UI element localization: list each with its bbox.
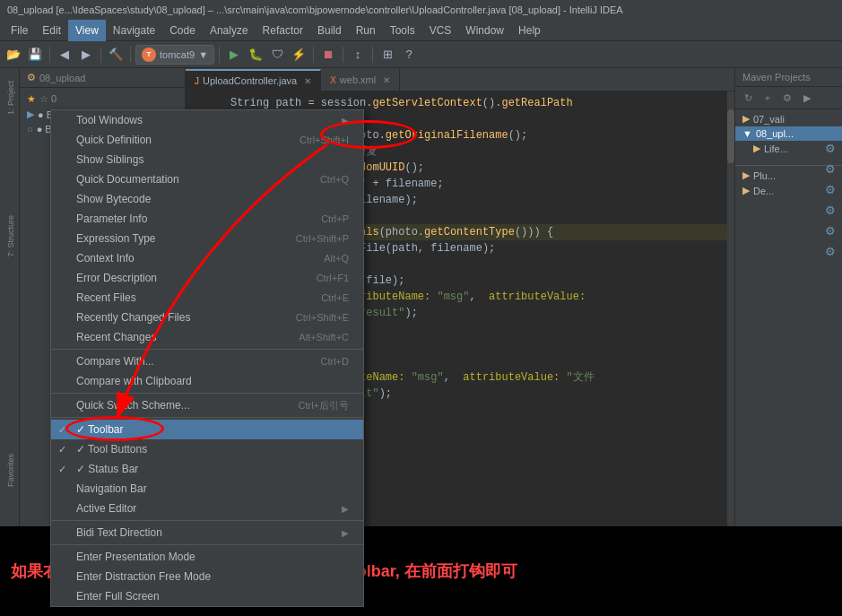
sidebar-project-tab[interactable]: 1: Project [0, 77, 18, 118]
tomcat-dropdown-arrow[interactable]: ▼ [198, 49, 208, 60]
menu-vcs[interactable]: VCS [422, 20, 459, 41]
maven-settings-btn[interactable]: ⚙ [778, 89, 796, 107]
menu-compare-with[interactable]: Compare With... Ctrl+D [51, 351, 363, 371]
menu-analyze[interactable]: Analyze [203, 20, 256, 41]
menu-active-editor[interactable]: Active Editor ▶ [51, 499, 363, 518]
sidebar-structure-tab[interactable]: 7: Structure [0, 212, 18, 261]
maven-panel-header: Maven Projects [735, 68, 842, 87]
menu-build[interactable]: Build [310, 20, 349, 41]
toolbar-debug-btn[interactable]: 🐛 [246, 45, 265, 65]
toolbar-help-btn[interactable]: ? [399, 45, 419, 65]
menu-error-desc[interactable]: Error Description Ctrl+F1 [51, 268, 363, 288]
menu-show-bytecode-label: Show Bytecode [76, 193, 151, 205]
maven-gear-2[interactable]: ⚙ [821, 160, 839, 178]
menu-recent-changed-label: Recently Changed Files [76, 311, 190, 324]
menu-recent-files[interactable]: Recent Files Ctrl+E [51, 288, 363, 308]
tree-item-star[interactable]: ★ ☆ 0 [20, 91, 185, 107]
scrollbar-thumb[interactable] [727, 109, 734, 163]
menu-error-desc-shortcut: Ctrl+F1 [317, 273, 349, 283]
tab-close-upload[interactable]: ✕ [304, 76, 311, 86]
editor-tabs: J UploadController.java ✕ X web.xml ✕ [186, 68, 734, 91]
toolbar-separator-2 [100, 47, 101, 63]
menu-recent-changed[interactable]: Recently Changed Files Ctrl+Shift+E [51, 308, 363, 327]
menu-toolbar[interactable]: ✓ Toolbar [51, 420, 363, 439]
maven-item-07vali-label: 07_vali [753, 114, 785, 125]
sidebar-favorites-tab[interactable]: Favorites [0, 450, 18, 490]
toolbar-stop-btn[interactable]: ⏹ [318, 45, 338, 65]
toolbar-save-btn[interactable]: 💾 [25, 45, 45, 65]
maven-plugins-label: Plu... [753, 170, 776, 181]
maven-gear-1[interactable]: ⚙ [821, 139, 839, 157]
toolbar-git-btn[interactable]: ↕ [348, 45, 368, 65]
toolbar-separator-5 [313, 47, 314, 63]
menu-expr-type[interactable]: Expression Type Ctrl+Shift+P [51, 229, 363, 248]
maven-gear-3[interactable]: ⚙ [821, 180, 839, 198]
toolbar-run-btn[interactable]: ▶ [224, 45, 244, 65]
dropdown-sep-1 [51, 349, 363, 350]
toolbar-forward-btn[interactable]: ▶ [76, 45, 96, 65]
menu-param-info[interactable]: Parameter Info Ctrl+P [51, 209, 363, 229]
toolbar-separator-1 [49, 47, 50, 63]
maven-add-btn[interactable]: + [759, 89, 777, 107]
menu-navigation-bar[interactable]: Navigation Bar [51, 479, 363, 499]
menu-edit[interactable]: Edit [35, 20, 68, 41]
tab-upload-controller[interactable]: J UploadController.java ✕ [186, 69, 321, 91]
menu-tool-buttons[interactable]: ✓ Tool Buttons [51, 439, 363, 459]
toolbar-separator-3 [130, 47, 131, 63]
tab-webxml[interactable]: X web.xml ✕ [321, 69, 400, 91]
menu-quick-doc[interactable]: Quick Documentation Ctrl+Q [51, 169, 363, 189]
file-tree-title: 08_upload [39, 73, 85, 83]
menu-compare-clipboard[interactable]: Compare with Clipboard [51, 371, 363, 391]
menu-code[interactable]: Code [162, 20, 203, 41]
menu-quick-doc-label: Quick Documentation [76, 173, 179, 186]
menu-error-desc-label: Error Description [76, 272, 157, 284]
tomcat-run-config[interactable]: T tomcat9 ▼ [135, 45, 214, 65]
menu-context-info[interactable]: Context Info Alt+Q [51, 248, 363, 268]
menu-full-screen[interactable]: Enter Full Screen [51, 586, 363, 606]
menu-quick-definition[interactable]: Quick Definition Ctrl+Shift+I [51, 130, 363, 150]
menu-recent-changes[interactable]: Recent Changes Alt+Shift+C [51, 327, 363, 347]
maven-item-lifecycle-label: Life... [764, 143, 788, 154]
menu-view[interactable]: View [68, 20, 106, 41]
maven-refresh-btn[interactable]: ↻ [739, 89, 757, 107]
menu-distraction-free[interactable]: Enter Distraction Free Mode [51, 567, 363, 586]
maven-gear-6[interactable]: ⚙ [821, 242, 839, 260]
maven-gear-5[interactable]: ⚙ [821, 221, 839, 239]
menu-tool-windows[interactable]: Tool Windows ▶ [51, 110, 363, 130]
menu-quick-switch[interactable]: Quick Switch Scheme... Ctrl+后引号 [51, 395, 363, 415]
menu-compare-clipboard-label: Compare with Clipboard [76, 375, 192, 387]
toolbar-open-btn[interactable]: 📂 [4, 45, 23, 65]
toolbar-coverage-btn[interactable]: 🛡 [267, 45, 287, 65]
maven-run-btn[interactable]: ▶ [798, 89, 816, 107]
menu-bidi[interactable]: Bidi Text Direction ▶ [51, 523, 363, 542]
menu-refactor[interactable]: Refactor [256, 20, 310, 41]
maven-panel: Maven Projects ↻ + ⚙ ▶ ▶ 07_vali ▼ 08_up… [734, 68, 842, 526]
menu-show-siblings[interactable]: Show Siblings [51, 150, 363, 169]
menu-compare-with-shortcut: Ctrl+D [321, 356, 349, 367]
editor-scrollbar[interactable] [727, 91, 734, 526]
toolbar-back-btn[interactable]: ◀ [55, 45, 74, 65]
maven-item-07vali[interactable]: ▶ 07_vali [735, 111, 842, 126]
menu-active-editor-arrow: ▶ [342, 504, 349, 514]
toolbar-separator-4 [219, 47, 220, 63]
menu-param-info-shortcut: Ctrl+P [321, 213, 349, 224]
menu-help[interactable]: Help [511, 20, 548, 41]
toolbar-profile-btn[interactable]: ⚡ [289, 45, 308, 65]
toolbar-build-btn[interactable]: 🔨 [106, 45, 126, 65]
tab-label-upload-controller: UploadController.java [203, 75, 297, 86]
menu-run[interactable]: Run [349, 20, 383, 41]
menu-tools[interactable]: Tools [383, 20, 422, 41]
menu-file[interactable]: File [4, 20, 35, 41]
menu-status-bar-label: ✓ Status Bar [76, 463, 138, 475]
toolbar-terminal-btn[interactable]: ⊞ [378, 45, 397, 65]
menu-recent-changed-shortcut: Ctrl+Shift+E [296, 312, 349, 323]
toolbar-separator-7 [372, 47, 373, 63]
menu-status-bar[interactable]: ✓ Status Bar [51, 459, 363, 479]
maven-gear-4[interactable]: ⚙ [821, 201, 839, 219]
menu-window[interactable]: Window [458, 20, 511, 41]
menu-show-bytecode[interactable]: Show Bytecode [51, 189, 363, 209]
menu-presentation-mode[interactable]: Enter Presentation Mode [51, 547, 363, 567]
menu-navigate[interactable]: Navigate [106, 20, 162, 41]
tab-close-webxml[interactable]: ✕ [383, 75, 390, 85]
tab-icon-xml: X [330, 75, 336, 85]
